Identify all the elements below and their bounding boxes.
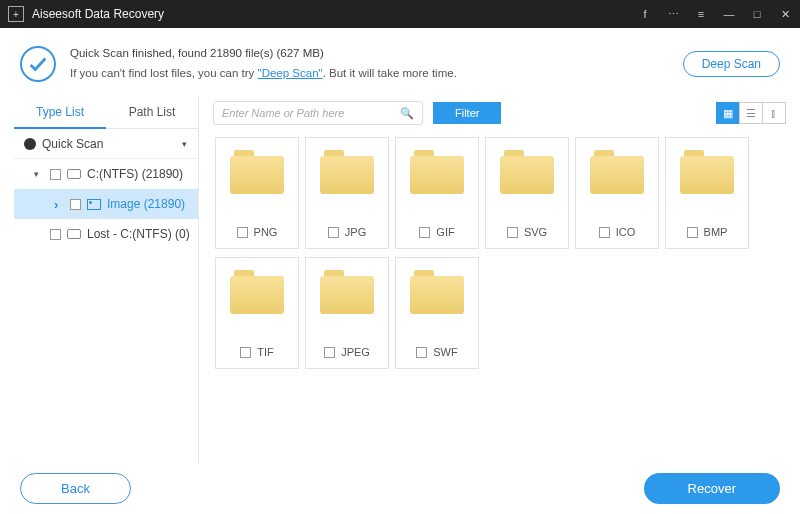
folder-icon <box>320 150 374 194</box>
deep-scan-link[interactable]: "Deep Scan" <box>258 67 323 79</box>
folder-label: JPEG <box>341 346 370 358</box>
folder-label: ICO <box>616 226 636 238</box>
dot-icon <box>24 138 36 150</box>
checkbox[interactable] <box>419 227 430 238</box>
chevron-down-icon[interactable] <box>182 139 192 149</box>
status-banner: Quick Scan finished, found 21890 file(s)… <box>14 40 786 97</box>
detail-view-button[interactable]: ⫿ <box>762 102 786 124</box>
app-icon <box>8 6 24 22</box>
folder-icon <box>320 270 374 314</box>
image-icon <box>87 199 101 210</box>
checkbox[interactable] <box>507 227 518 238</box>
chevron-down-icon[interactable] <box>34 169 44 179</box>
folder-icon <box>680 150 734 194</box>
checkbox[interactable] <box>687 227 698 238</box>
tree-drive-c[interactable]: C:(NTFS) (21890) <box>14 159 198 189</box>
search-icon: 🔍 <box>400 107 414 120</box>
checkmark-icon <box>20 46 56 82</box>
deep-scan-button[interactable]: Deep Scan <box>683 51 780 77</box>
tree-lost[interactable]: Lost - C:(NTFS) (0) <box>14 219 198 249</box>
minimize-icon[interactable]: — <box>722 7 736 21</box>
folder-card[interactable]: TIF <box>215 257 299 369</box>
folder-icon <box>590 150 644 194</box>
folder-icon <box>230 150 284 194</box>
status-line-1: Quick Scan finished, found 21890 file(s)… <box>70 44 683 64</box>
search-input[interactable]: Enter Name or Path here 🔍 <box>213 101 423 125</box>
checkbox[interactable] <box>599 227 610 238</box>
folder-card[interactable]: PNG <box>215 137 299 249</box>
tree-quick-scan-label: Quick Scan <box>42 137 103 151</box>
folder-label: SWF <box>433 346 457 358</box>
checkbox[interactable] <box>50 229 61 240</box>
tree-image-label: Image (21890) <box>107 197 185 211</box>
checkbox[interactable] <box>324 347 335 358</box>
titlebar: Aiseesoft Data Recovery f ⋯ ≡ — □ ✕ <box>0 0 800 28</box>
sidebar: Type List Path List Quick Scan C:(NTFS) … <box>14 97 199 463</box>
grid-view-button[interactable]: ▦ <box>716 102 740 124</box>
folder-card[interactable]: SVG <box>485 137 569 249</box>
app-title: Aiseesoft Data Recovery <box>32 7 638 21</box>
folder-icon <box>410 270 464 314</box>
checkbox[interactable] <box>70 199 81 210</box>
folder-icon <box>410 150 464 194</box>
tab-path-list[interactable]: Path List <box>106 97 198 129</box>
facebook-icon[interactable]: f <box>638 7 652 21</box>
tab-type-list[interactable]: Type List <box>14 97 106 129</box>
folder-icon <box>500 150 554 194</box>
folder-card[interactable]: JPEG <box>305 257 389 369</box>
drive-icon <box>67 169 81 179</box>
folder-card[interactable]: ICO <box>575 137 659 249</box>
view-toggle: ▦ ☰ ⫿ <box>717 102 786 124</box>
folder-card[interactable]: GIF <box>395 137 479 249</box>
checkbox[interactable] <box>237 227 248 238</box>
folder-label: TIF <box>257 346 274 358</box>
folder-grid: PNGJPGGIFSVGICOBMPTIFJPEGSWF <box>213 133 786 463</box>
status-line-2: If you can't find lost files, you can tr… <box>70 64 683 84</box>
search-placeholder: Enter Name or Path here <box>222 107 400 119</box>
list-view-button[interactable]: ☰ <box>739 102 763 124</box>
tree-image[interactable]: Image (21890) <box>14 189 198 219</box>
tree-lost-label: Lost - C:(NTFS) (0) <box>87 227 190 241</box>
folder-card[interactable]: BMP <box>665 137 749 249</box>
folder-label: JPG <box>345 226 366 238</box>
folder-label: GIF <box>436 226 454 238</box>
folder-label: BMP <box>704 226 728 238</box>
checkbox[interactable] <box>328 227 339 238</box>
folder-label: SVG <box>524 226 547 238</box>
tree-drive-c-label: C:(NTFS) (21890) <box>87 167 183 181</box>
folder-label: PNG <box>254 226 278 238</box>
folder-icon <box>230 270 284 314</box>
chevron-right-icon[interactable] <box>54 197 64 212</box>
feedback-icon[interactable]: ⋯ <box>666 7 680 21</box>
tree-quick-scan[interactable]: Quick Scan <box>14 129 198 159</box>
checkbox[interactable] <box>50 169 61 180</box>
checkbox[interactable] <box>240 347 251 358</box>
drive-icon <box>67 229 81 239</box>
filter-button[interactable]: Filter <box>433 102 501 124</box>
checkbox[interactable] <box>416 347 427 358</box>
recover-button[interactable]: Recover <box>644 473 780 504</box>
close-icon[interactable]: ✕ <box>778 7 792 21</box>
folder-card[interactable]: JPG <box>305 137 389 249</box>
back-button[interactable]: Back <box>20 473 131 504</box>
menu-icon[interactable]: ≡ <box>694 7 708 21</box>
folder-card[interactable]: SWF <box>395 257 479 369</box>
maximize-icon[interactable]: □ <box>750 7 764 21</box>
